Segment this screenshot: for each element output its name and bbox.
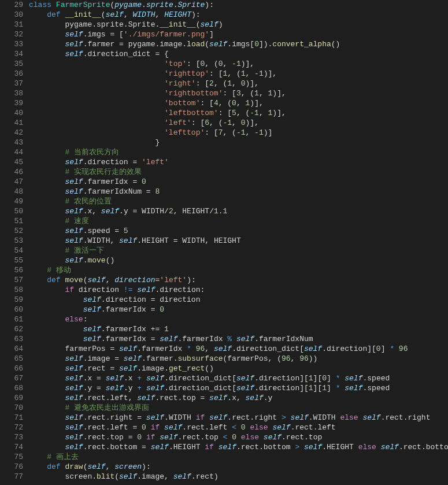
code-line[interactable]: self.farmer = pygame.image.load(self.img… [29,39,448,49]
code-line[interactable]: self.WIDTH, self.HEIGHT = WIDTH, HEIGHT [29,236,448,246]
line-number: 61 [0,314,23,324]
code-line[interactable]: 'righttop': [1, (1, -1)], [29,69,448,79]
line-number: 45 [0,157,23,167]
line-number-gutter: 2930313233343536373839404142434445464748… [0,0,29,482]
line-number: 36 [0,69,23,79]
code-line[interactable]: self.direction = 'left' [29,157,448,167]
code-line[interactable]: # 移动 [29,265,448,275]
line-number: 57 [0,275,23,285]
code-line[interactable]: self.move() [29,256,448,265]
line-number: 41 [0,118,23,128]
line-number: 77 [0,472,23,482]
code-line[interactable]: self.x = self.x + self.direction_dict[se… [29,373,448,383]
code-line[interactable]: # 速度 [29,216,448,226]
code-line[interactable]: def __init__(self, WIDTH, HEIGHT): [29,10,448,20]
code-line[interactable]: self.direction = direction [29,295,448,305]
line-number: 62 [0,324,23,334]
code-line[interactable]: # 实现农民行走的效果 [29,167,448,177]
line-number: 40 [0,108,23,118]
line-number: 47 [0,177,23,187]
line-number: 54 [0,246,23,256]
code-line[interactable]: 'lefttop': [7, (-1, -1)] [29,128,448,138]
code-line[interactable]: self.rect.top = 0 if self.rect.top < 0 e… [29,432,448,442]
code-line[interactable]: self.rect.right = self.WIDTH if self.rec… [29,413,448,423]
line-number: 32 [0,29,23,39]
line-number: 64 [0,344,23,354]
line-number: 56 [0,265,23,275]
code-line[interactable]: self.rect.left, self.rect.top = self.x, … [29,393,448,403]
line-number: 74 [0,442,23,452]
line-number: 52 [0,226,23,236]
line-number: 46 [0,167,23,177]
code-line[interactable]: self.farmerIdx = 0 [29,305,448,314]
code-line[interactable]: 'right': [2, (1, 0)], [29,79,448,88]
line-number: 53 [0,236,23,246]
line-number: 38 [0,88,23,98]
line-number: 65 [0,354,23,364]
line-number: 59 [0,295,23,305]
code-line[interactable]: # 画上去 [29,452,448,462]
line-number: 33 [0,39,23,49]
line-number: 63 [0,334,23,344]
code-line[interactable]: farmerPos = self.farmerIdx * 96, self.di… [29,344,448,354]
line-number: 67 [0,373,23,383]
code-line[interactable]: 'rightbottom': [3, (1, 1)], [29,88,448,98]
code-line[interactable]: self.x, self.y = WIDTH/2, HEIGHT/1.1 [29,206,448,216]
line-number: 50 [0,206,23,216]
code-editor[interactable]: 2930313233343536373839404142434445464748… [0,0,448,482]
line-number: 44 [0,147,23,157]
line-number: 30 [0,10,23,20]
line-number: 68 [0,383,23,393]
line-number: 49 [0,197,23,206]
code-line[interactable]: 'bottom': [4, (0, 1)], [29,98,448,108]
line-number: 60 [0,305,23,314]
code-line[interactable]: screen.blit(self.image, self.rect) [29,472,448,482]
line-number: 66 [0,364,23,373]
line-number: 75 [0,452,23,462]
code-line[interactable]: self.farmerIdxNum = 8 [29,187,448,197]
line-number: 69 [0,393,23,403]
code-line[interactable]: # 避免农民走出游戏界面 [29,403,448,413]
line-number: 55 [0,256,23,265]
code-line[interactable]: else: [29,314,448,324]
code-line[interactable]: def draw(self, screen): [29,462,448,472]
code-line[interactable]: self.farmerIdx += 1 [29,324,448,334]
code-line[interactable]: self.farmerIdx = 0 [29,177,448,187]
line-number: 48 [0,187,23,197]
line-number: 39 [0,98,23,108]
line-number: 35 [0,59,23,69]
code-line[interactable]: pygame.sprite.Sprite.__init__(self) [29,20,448,29]
code-line[interactable]: self.farmerIdx = self.farmerIdx % self.f… [29,334,448,344]
line-number: 42 [0,128,23,138]
code-line[interactable]: # 农民的位置 [29,197,448,206]
code-line[interactable]: self.rect.bottom = self.HEIGHT if self.r… [29,442,448,452]
line-number: 71 [0,413,23,423]
line-number: 51 [0,216,23,226]
code-line[interactable]: # 当前农民方向 [29,147,448,157]
line-number: 37 [0,79,23,88]
line-number: 73 [0,432,23,442]
code-line[interactable]: self.image = self.farmer.subsurface(farm… [29,354,448,364]
line-number: 58 [0,285,23,295]
line-number: 72 [0,423,23,432]
code-line[interactable]: self.direction_dict = { [29,49,448,59]
code-line[interactable]: self.speed = 5 [29,226,448,236]
line-number: 43 [0,138,23,147]
code-line[interactable]: 'top': [0, (0, -1)], [29,59,448,69]
code-line[interactable]: class FarmerSprite(pygame.sprite.Sprite)… [29,0,448,10]
line-number: 70 [0,403,23,413]
line-number: 76 [0,462,23,472]
line-number: 29 [0,0,23,10]
code-area[interactable]: class FarmerSprite(pygame.sprite.Sprite)… [29,0,448,482]
code-line[interactable]: 'left': [6, (-1, 0)], [29,118,448,128]
code-line[interactable]: 'leftbottom': [5, (-1, 1)], [29,108,448,118]
code-line[interactable]: if direction != self.direction: [29,285,448,295]
code-line[interactable]: self.rect.left = 0 if self.rect.left < 0… [29,423,448,432]
code-line[interactable]: self.rect = self.image.get_rect() [29,364,448,373]
code-line[interactable]: # 激活一下 [29,246,448,256]
code-line[interactable]: self.y = self.y + self.direction_dict[se… [29,383,448,393]
code-line[interactable]: def move(self, direction='left'): [29,275,448,285]
code-line[interactable]: self.imgs = ['./imgs/farmer.png'] [29,29,448,39]
line-number: 34 [0,49,23,59]
code-line[interactable]: } [29,138,448,147]
